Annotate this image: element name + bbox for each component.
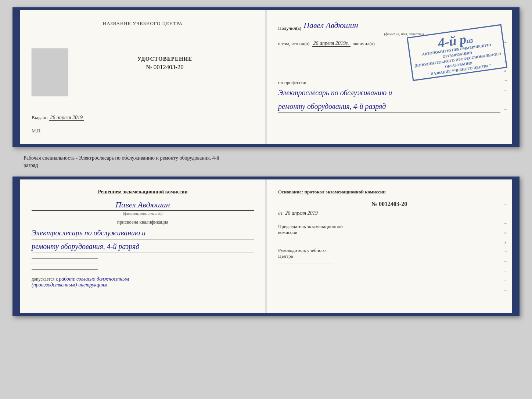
predsedatel-sig-line: [278, 240, 333, 240]
dash: –: [360, 25, 363, 31]
vydano-line: Выдано 26 апреля 2019: [32, 115, 254, 121]
resheniye-title: Решением экзаменационной комиссии: [32, 189, 254, 195]
dopuskaetsya-line: допускается к работе согласно должностны…: [32, 276, 254, 288]
profession-line1: Электрослесарь по обслуживанию и: [278, 87, 500, 99]
qualification-line1: Электрослесарь по обслуживанию и: [32, 227, 254, 239]
udostoverenie-block: УДОСТОВЕРЕНИЕ № 0012403-20: [76, 49, 254, 71]
book-spine-right: [512, 10, 517, 144]
bottom-book-left-page: Решением экзаменационной комиссии Павел …: [20, 179, 266, 313]
vtom-date: 26 апреля 2019г.: [312, 40, 351, 47]
training-center-title: НАЗВАНИЕ УЧЕБНОГО ЦЕНТРА: [32, 21, 254, 26]
left-center-section: УДОСТОВЕРЕНИЕ № 0012403-20: [32, 49, 254, 96]
osnovaniye-number: № 0012403-20: [278, 201, 500, 207]
rukovoditel-sig-line: [278, 264, 333, 264]
specialty-section: Рабочая специальность - Электрослесарь п…: [12, 154, 520, 170]
book2-spine-left: [15, 179, 20, 313]
osnovaniye-block: Основание: протокол экзаменационной коми…: [278, 189, 500, 264]
predsedatel-label2: комиссии: [278, 229, 500, 235]
poluchil-label: Получил(а): [278, 25, 301, 31]
top-book-right-page: Получил(а) Павел Авдюшин – (фамилия, имя…: [266, 10, 512, 144]
po-professii-label: по профессии: [278, 80, 306, 85]
bottom-fio-name: Павел Авдюшин: [32, 200, 254, 211]
rukovoditel-label: Руководитель учебного: [278, 247, 500, 253]
book-spine-left: [15, 10, 20, 144]
osnovaniye-label: Основание: протокол экзаменационной коми…: [278, 189, 500, 195]
signature-line-3: [32, 269, 98, 270]
ot-line: от 26 апреля 2019: [278, 210, 500, 216]
predsedatel-label: Председатель экзаменационной: [278, 224, 500, 229]
vtom-label: в том, что он(а): [278, 41, 310, 47]
po-professii-block: по профессии Электрослесарь по обслужива…: [278, 80, 500, 113]
rukovoditel-block: Руководитель учебного Центра: [278, 247, 500, 264]
profession-line2: ремонту оборудования, 4-й разряд: [278, 101, 500, 113]
book2-spine-right: [512, 179, 517, 313]
vydano-label: Выдано: [32, 115, 47, 120]
qualification-line2: ремонту оборудования, 4-й разряд: [32, 241, 254, 253]
dopusk-text: работе согласно должностным: [59, 276, 129, 282]
prisvoena-label: присвоена квалификация: [32, 219, 254, 225]
dopusk-prefix: допускается к: [32, 277, 58, 282]
doc-number: № 0012403-20: [76, 64, 254, 71]
specialty-text-line2: разряд: [16, 163, 516, 168]
poluchil-name: Павел Авдюшин: [303, 21, 358, 31]
specialty-text-line1: Рабочая специальность - Электрослесарь п…: [16, 155, 516, 161]
top-certificate-book: НАЗВАНИЕ УЧЕБНОГО ЦЕНТРА УДОСТОВЕРЕНИЕ №…: [12, 7, 520, 147]
ot-prefix: от: [278, 210, 283, 216]
dopusk-text2: (производственным) инструкциям: [32, 282, 107, 288]
signature-line-1: [32, 258, 98, 259]
bottom-certificate-book: Решением экзаменационной комиссии Павел …: [12, 177, 520, 316]
doc-type-label: УДОСТОВЕРЕНИЕ: [76, 56, 254, 62]
bottom-right-deco: – – – и а ← – – – –: [504, 202, 508, 292]
right-deco: – – и а ← – – – –: [504, 40, 508, 121]
photo-placeholder: [32, 49, 68, 96]
signature-line-2: [32, 264, 98, 264]
top-book-left-page: НАЗВАНИЕ УЧЕБНОГО ЦЕНТРА УДОСТОВЕРЕНИЕ №…: [20, 10, 266, 144]
vydano-date: 26 апреля 2019: [49, 115, 84, 121]
bottom-book-right-page: Основание: протокол экзаменационной коми…: [266, 179, 512, 313]
okonchil-label: окончил(а): [353, 41, 375, 47]
ot-date: 26 апреля 2019: [284, 210, 319, 216]
mp-label: М.П.: [32, 128, 254, 134]
rukovoditel-label2: Центра: [278, 253, 500, 259]
predsedatel-block: Председатель экзаменационной комиссии: [278, 224, 500, 240]
bottom-fio-label: (фамилия, имя, отчество): [32, 211, 254, 215]
